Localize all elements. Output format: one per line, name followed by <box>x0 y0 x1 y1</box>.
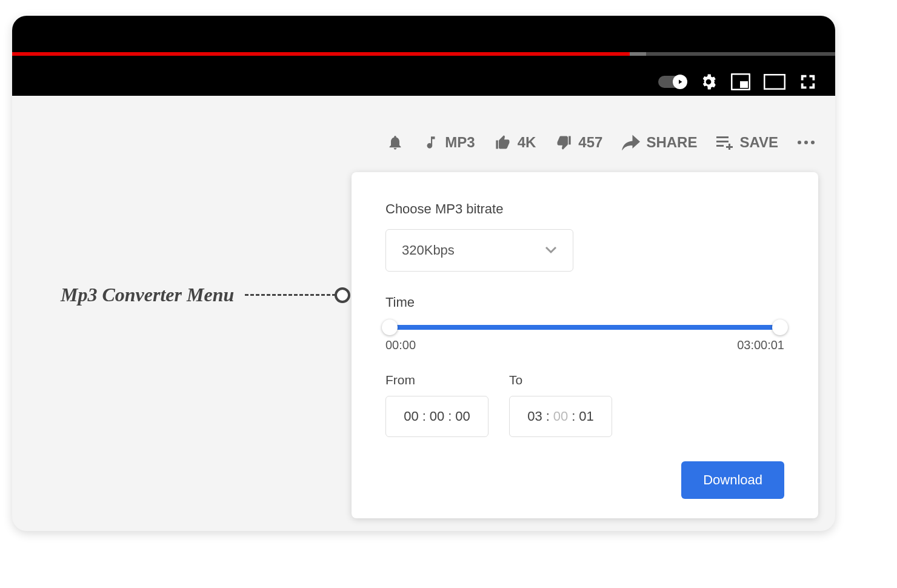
mp3-button[interactable]: MP3 <box>423 134 475 151</box>
svg-rect-1 <box>740 81 748 88</box>
to-label: To <box>509 373 612 387</box>
player-controls <box>658 73 817 91</box>
fullscreen-icon[interactable] <box>799 73 817 91</box>
annotation-text: Mp3 Converter Menu <box>61 284 234 306</box>
time-end-label: 03:00:01 <box>737 338 784 352</box>
progress-played <box>12 52 630 56</box>
time-inputs: From 00 : 00 : 00 To 03 : 00 : 01 <box>385 373 784 437</box>
autoplay-knob <box>673 75 687 89</box>
mp3-converter-panel: Choose MP3 bitrate 320Kbps Time 00:00 03… <box>352 172 818 518</box>
miniplayer-icon[interactable] <box>731 73 750 90</box>
save-button[interactable]: SAVE <box>716 134 778 151</box>
more-actions-button[interactable] <box>798 141 815 144</box>
time-label: Time <box>385 295 784 310</box>
from-label: From <box>385 373 489 387</box>
svg-rect-2 <box>764 75 785 89</box>
thumbs-up-icon <box>495 134 512 151</box>
from-hh: 00 <box>404 409 418 424</box>
slider-handle-start[interactable] <box>382 319 398 335</box>
download-button[interactable]: Download <box>681 461 784 499</box>
playlist-add-icon <box>716 135 733 150</box>
mp3-label: MP3 <box>445 134 475 151</box>
like-count: 4K <box>518 134 536 151</box>
dislike-count: 457 <box>578 134 602 151</box>
time-range-slider[interactable] <box>385 325 784 330</box>
bitrate-label: Choose MP3 bitrate <box>385 201 784 217</box>
music-note-icon <box>423 135 439 150</box>
slider-handle-end[interactable] <box>772 319 788 335</box>
dot-icon <box>804 141 808 144</box>
action-row: MP3 4K 457 SHARE SAVE <box>387 134 815 151</box>
bitrate-value: 320Kbps <box>402 242 455 258</box>
video-player-bar <box>12 16 835 96</box>
theater-mode-icon[interactable] <box>764 74 785 90</box>
annotation-pointer-circle <box>335 287 350 303</box>
time-start-label: 00:00 <box>385 338 416 352</box>
thumbs-down-icon <box>555 134 572 151</box>
chevron-down-icon <box>545 246 557 255</box>
like-button[interactable]: 4K <box>495 134 536 151</box>
annotation: Mp3 Converter Menu <box>61 284 350 306</box>
to-hh: 03 <box>527 409 542 424</box>
settings-icon[interactable] <box>699 73 718 91</box>
share-arrow-icon <box>622 135 640 150</box>
dislike-button[interactable]: 457 <box>555 134 602 151</box>
bitrate-select[interactable]: 320Kbps <box>385 229 573 272</box>
share-label: SHARE <box>646 134 697 151</box>
progress-track[interactable] <box>12 52 835 56</box>
from-field[interactable]: 00 : 00 : 00 <box>385 396 489 437</box>
annotation-line <box>245 294 336 296</box>
app-window: MP3 4K 457 SHARE SAVE Choose MP3 bitrate… <box>12 16 835 531</box>
from-mm: 00 <box>430 409 444 424</box>
from-ss: 00 <box>455 409 470 424</box>
autoplay-toggle[interactable] <box>658 76 686 88</box>
dot-icon <box>811 141 815 144</box>
to-field[interactable]: 03 : 00 : 01 <box>509 396 612 437</box>
bell-icon <box>387 134 404 151</box>
play-icon <box>676 78 684 85</box>
to-ss: 01 <box>579 409 593 424</box>
share-button[interactable]: SHARE <box>622 134 697 151</box>
time-labels: 00:00 03:00:01 <box>385 338 784 352</box>
to-mm: 00 <box>553 409 568 424</box>
notifications-button[interactable] <box>387 134 404 151</box>
to-group: To 03 : 00 : 01 <box>509 373 612 437</box>
save-label: SAVE <box>739 134 778 151</box>
from-group: From 00 : 00 : 00 <box>385 373 489 437</box>
dot-icon <box>798 141 801 144</box>
